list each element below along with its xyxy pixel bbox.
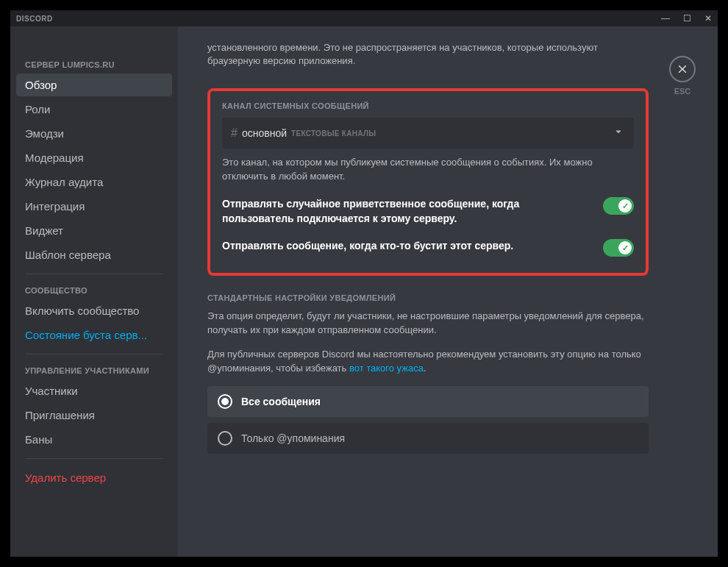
app-brand: DISCORD: [16, 15, 53, 23]
toggle-row-welcome: Отправлять случайное приветственное сооб…: [222, 197, 634, 226]
sidebar-divider: [25, 354, 163, 354]
toggle-knob: ✓: [618, 199, 632, 213]
radio-label-all: Все сообщения: [241, 396, 321, 407]
radio-only-mentions[interactable]: Только @упоминания: [207, 423, 649, 454]
radio-label-mentions: Только @упоминания: [241, 432, 345, 444]
toggle-row-boost: Отправлять сообщение, когда кто-то бусти…: [222, 239, 634, 257]
radio-circle: [218, 431, 232, 446]
sidebar-header-server: СЕРВЕР LUMPICS.RU: [16, 56, 172, 74]
sidebar-divider: [25, 274, 163, 274]
sidebar-header-members: УПРАВЛЕНИЕ УЧАСТНИКАМИ: [16, 362, 172, 379]
sidebar-item-roles[interactable]: Роли: [16, 98, 172, 121]
close-icon: [677, 63, 688, 75]
sidebar-item-invites[interactable]: Приглашения: [16, 404, 172, 427]
intro-text: установленного времени. Это не распростр…: [207, 41, 649, 68]
sidebar-item-boost-status[interactable]: Состояние буста серв...: [16, 324, 172, 346]
close-label: ESC: [674, 87, 691, 96]
sidebar-item-delete-server[interactable]: Удалить сервер: [16, 466, 172, 489]
sidebar-item-widget[interactable]: Виджет: [16, 219, 172, 242]
sidebar-item-audit-log[interactable]: Журнал аудита: [16, 171, 172, 193]
sidebar-item-enable-community[interactable]: Включить сообщество: [16, 299, 172, 322]
sidebar-item-moderation[interactable]: Модерация: [16, 146, 172, 169]
notifications-link[interactable]: вот такого ужаса: [349, 363, 424, 374]
channel-name: основной: [242, 127, 287, 139]
sidebar-item-integration[interactable]: Интеграция: [16, 195, 172, 218]
sidebar-divider: [25, 458, 163, 459]
close-button[interactable]: [669, 56, 696, 82]
radio-circle: [218, 394, 232, 409]
toggle-knob: ✓: [618, 241, 632, 254]
system-section-title: КАНАЛ СИСТЕМНЫХ СООБЩЕНИЙ: [222, 101, 634, 110]
radio-dot: [221, 398, 229, 405]
chevron-down-icon: [612, 125, 625, 141]
sidebar: СЕРВЕР LUMPICS.RU Обзор Роли Эмодзи Моде…: [10, 26, 178, 557]
sidebar-item-emoji[interactable]: Эмодзи: [16, 122, 172, 145]
radio-all-messages[interactable]: Все сообщения: [207, 386, 649, 417]
sidebar-item-members[interactable]: Участники: [16, 379, 172, 402]
system-description: Это канал, на котором мы публикуем систе…: [222, 156, 634, 184]
check-icon: ✓: [622, 202, 629, 211]
toggle-boost[interactable]: ✓: [603, 239, 634, 257]
close-window-icon[interactable]: ✕: [704, 14, 712, 23]
minimize-icon[interactable]: —: [661, 14, 670, 23]
sidebar-header-community: СООБЩЕСТВО: [16, 282, 172, 299]
check-icon: ✓: [622, 243, 629, 253]
toggle-label-welcome: Отправлять случайное приветственное сооб…: [222, 197, 591, 226]
notifications-desc-2: Для публичных серверов Discord мы настоя…: [207, 348, 649, 376]
notifications-section-title: СТАНДАРТНЫЕ НАСТРОЙКИ УВЕДОМЛЕНИЙ: [207, 293, 649, 302]
hash-icon: #: [231, 126, 238, 140]
sidebar-item-bans[interactable]: Баны: [16, 428, 172, 451]
toggle-label-boost: Отправлять сообщение, когда кто-то бусти…: [222, 239, 591, 254]
titlebar: DISCORD — ☐ ✕: [10, 10, 718, 26]
channel-category: ТЕКСТОВЫЕ КАНАЛЫ: [291, 129, 376, 138]
window-controls: — ☐ ✕: [661, 14, 712, 23]
sidebar-item-template[interactable]: Шаблон сервера: [16, 243, 172, 266]
content: ESC установленного времени. Это не распр…: [178, 26, 718, 557]
notifications-desc-1: Эта опция определит, будут ли участники,…: [207, 310, 649, 338]
maximize-icon[interactable]: ☐: [683, 14, 691, 23]
close-area: ESC: [669, 56, 696, 96]
system-channel-select[interactable]: # основной ТЕКСТОВЫЕ КАНАЛЫ: [222, 118, 634, 149]
system-messages-section: КАНАЛ СИСТЕМНЫХ СООБЩЕНИЙ # основной ТЕК…: [207, 88, 649, 276]
sidebar-item-overview[interactable]: Обзор: [16, 74, 172, 96]
toggle-welcome[interactable]: ✓: [603, 197, 634, 215]
